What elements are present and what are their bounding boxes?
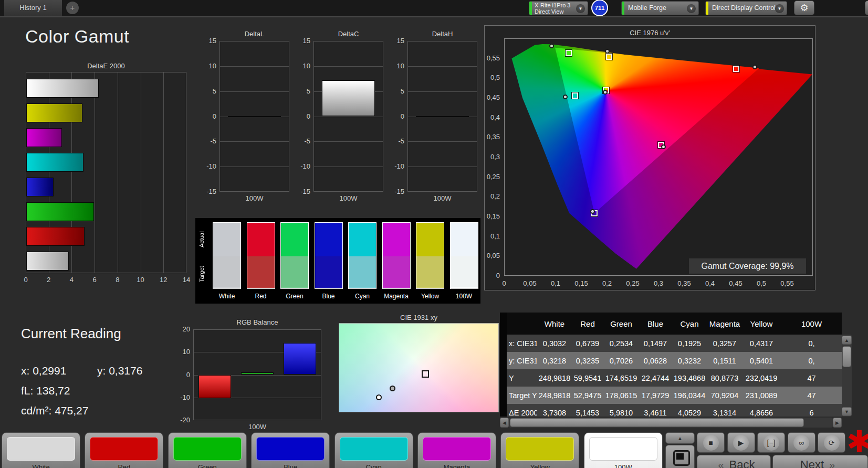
cie1976-x-tick: 0,3 xyxy=(648,279,669,287)
step-icon: [−] xyxy=(764,435,779,451)
workflow-dropdown[interactable]: Direct Display Control ▼ xyxy=(705,1,787,15)
back-button[interactable]: «Back xyxy=(697,455,771,468)
cie1976-y-tick: 0,3 xyxy=(472,153,500,161)
reading-y: y: 0,3176 xyxy=(97,365,142,377)
gridline xyxy=(314,167,383,167)
cie1976-y-tick: 0,5 xyxy=(472,74,500,81)
actual-row-label: Actual xyxy=(198,223,205,256)
cie1976-measured-marker xyxy=(752,65,757,69)
next-chevron-icon: » xyxy=(829,459,835,468)
table-cell: 3,4611 xyxy=(640,404,671,417)
y-axis-tick-label: -20 xyxy=(174,416,190,424)
table-cell: 0,4317 xyxy=(741,335,781,352)
swatch-label: White xyxy=(208,293,245,300)
source-status-accent xyxy=(622,2,624,15)
swatch-target-Red xyxy=(247,256,275,288)
pattern-button-Red[interactable]: Red xyxy=(85,432,163,468)
table-header-cell: Green xyxy=(603,313,640,335)
next-button[interactable]: Next» xyxy=(772,455,868,468)
tab-history-1[interactable]: History 1 xyxy=(4,0,62,16)
table-cell: 47 xyxy=(781,369,842,387)
y-axis-tick-label: -5 xyxy=(201,137,216,145)
pattern-button-White[interactable]: White xyxy=(2,432,80,468)
source-dropdown[interactable]: Mobile Forge ▼ xyxy=(621,1,699,15)
pattern-button-label: Cyan xyxy=(335,463,413,468)
scroll-left-button[interactable]: ◀ xyxy=(500,418,509,428)
table-cell: 248,9818 xyxy=(537,387,572,404)
pattern-button-100W[interactable]: 100W xyxy=(584,432,663,468)
loop-button[interactable]: ∞ xyxy=(788,432,815,453)
y-axis-tick-label: -5 xyxy=(295,137,310,145)
table-row-label: y: CIE31 xyxy=(507,352,537,369)
scroll-right-button[interactable]: ▶ xyxy=(833,418,842,428)
y-axis-tick-label: 10 xyxy=(201,62,216,70)
swatch-Blue xyxy=(315,222,343,289)
cie1976-x-tick: 0,4 xyxy=(699,279,720,287)
table-cell: 193,4868 xyxy=(671,369,708,387)
table-cell: 174,6519 xyxy=(603,369,640,387)
pattern-button-Blue[interactable]: Blue xyxy=(251,432,330,468)
stop-icon: ■ xyxy=(703,435,719,451)
scroll-up-button[interactable]: ▲ xyxy=(842,336,852,345)
table-cell: 0,0628 xyxy=(640,352,671,369)
cie1976-x-tick: 0,5 xyxy=(751,279,772,287)
pattern-button-Green[interactable]: Green xyxy=(168,432,247,468)
table-cell: 0,1511 xyxy=(708,352,741,369)
scroll-down-button[interactable]: ▼ xyxy=(842,407,852,416)
table-hscrollbar-thumb[interactable] xyxy=(510,418,804,427)
deltae-bar-Green xyxy=(26,202,94,221)
swatch-target-Cyan xyxy=(349,256,376,288)
pattern-button-Cyan[interactable]: Cyan xyxy=(334,432,413,468)
deltaH-title: DeltaH xyxy=(397,30,488,38)
add-tab-button[interactable]: + xyxy=(66,2,79,14)
meter-count-badge[interactable]: 711 xyxy=(591,0,608,16)
meter-dropdown[interactable]: X-Rite i1Pro 3 Direct View ▼ xyxy=(529,1,588,15)
cie1976-x-tick: 0,2 xyxy=(597,279,618,287)
next-button-label: Next xyxy=(800,458,824,468)
swatch-target-White xyxy=(213,256,240,288)
pattern-color-patch xyxy=(589,437,657,461)
rgb_balance-bar-Green xyxy=(241,372,274,375)
y-axis-tick-label: 0 xyxy=(201,112,216,120)
pattern-button-Yellow[interactable]: Yellow xyxy=(500,432,579,468)
y-axis-tick-label: -15 xyxy=(295,188,310,195)
cie1976-y-tick: 0 xyxy=(472,272,500,279)
y-axis-tick-label: 5 xyxy=(389,87,404,95)
swatch-label: Red xyxy=(243,293,279,300)
deltaH-bar-100W xyxy=(416,116,469,117)
pattern-button-Magenta[interactable]: Magenta xyxy=(417,432,496,468)
swatch-label: Blue xyxy=(310,293,347,300)
y-axis-tick-label: 10 xyxy=(389,62,404,70)
play-icon: ▶ xyxy=(733,435,749,451)
gridline xyxy=(408,141,477,142)
table-cell: 3,1314 xyxy=(708,404,741,417)
loop-icon: ∞ xyxy=(793,435,809,451)
deltaL-bar-100W xyxy=(228,116,281,117)
pattern-window-button[interactable] xyxy=(665,445,695,468)
swatch-White xyxy=(213,222,241,289)
table-row-label: ΔE 2000 xyxy=(507,404,537,417)
play-button[interactable]: ▶ xyxy=(727,432,755,453)
table-vscrollbar-thumb[interactable] xyxy=(842,346,851,367)
cie1976-target-marker xyxy=(566,50,572,56)
cie1931-measured-marker xyxy=(390,386,395,391)
gridline xyxy=(408,167,477,167)
table-header-cell: Magenta xyxy=(708,313,741,335)
pattern-up-button[interactable]: ▲ xyxy=(665,432,695,444)
swatch-actual-Yellow xyxy=(416,223,444,256)
table-cell: 0, xyxy=(781,335,842,352)
settings-button[interactable]: ⚙ xyxy=(794,1,814,15)
swatch-label: Magenta xyxy=(378,293,415,300)
partial-toolbar-button[interactable] xyxy=(865,1,868,15)
table-cell: 0,1925 xyxy=(671,335,708,352)
x-axis-tick-label: 12 xyxy=(157,276,170,284)
pattern-button-label: Blue xyxy=(252,463,329,468)
chevron-down-icon: ▼ xyxy=(775,4,784,13)
y-axis-tick-label: -10 xyxy=(295,162,310,170)
gridline xyxy=(314,117,383,117)
stop-button[interactable]: ■ xyxy=(697,432,725,453)
table-cell: 0,1497 xyxy=(640,335,671,352)
step-button[interactable]: [−] xyxy=(757,432,785,453)
table-cell: 232,0419 xyxy=(741,369,781,387)
refresh-button[interactable]: ⟳ xyxy=(818,432,845,453)
